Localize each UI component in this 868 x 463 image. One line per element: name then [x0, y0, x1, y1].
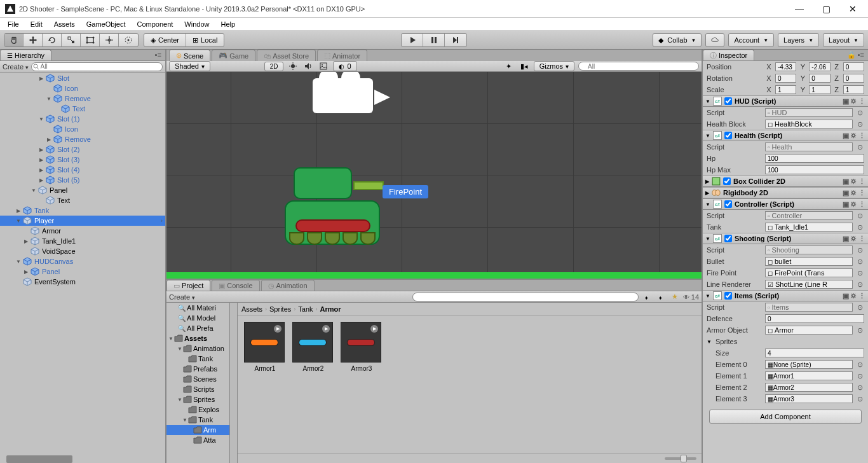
- hierarchy-item[interactable]: HUDCanvas: [0, 256, 165, 266]
- fx-toggle-icon[interactable]: [318, 60, 329, 72]
- hierarchy-item[interactable]: Tank_Idle1: [0, 236, 165, 246]
- scale-tool[interactable]: [62, 34, 81, 46]
- project-scrollbar[interactable]: [230, 303, 238, 463]
- play-button[interactable]: [402, 34, 423, 46]
- project-tab[interactable]: ▭Project: [166, 280, 210, 291]
- project-tree-item[interactable]: Sprites: [166, 394, 229, 404]
- firepoint-label[interactable]: FirePoint: [383, 185, 428, 198]
- breadcrumb-item[interactable]: Tank: [298, 305, 313, 313]
- menu-edit[interactable]: Edit: [25, 19, 48, 29]
- menu-assets[interactable]: Assets: [49, 19, 80, 29]
- hierarchy-item[interactable]: Text: [0, 195, 165, 205]
- controller-component-header[interactable]: ▼c# Controller (Script) ▣⛭⋮: [703, 198, 868, 210]
- preset-icon[interactable]: ⛭: [850, 97, 857, 106]
- step-button[interactable]: [445, 34, 466, 46]
- asset-thumb[interactable]: ▶Armor3: [341, 322, 383, 372]
- maximize-button[interactable]: ▢: [818, 4, 834, 14]
- linerenderer-field[interactable]: ☑ShotLine (Line R: [765, 280, 853, 289]
- asset-grid[interactable]: ▶Armor1▶Armor2▶Armor3: [238, 315, 702, 453]
- project-create-dropdown[interactable]: Create ▾: [169, 293, 195, 301]
- asset-store-tab[interactable]: 🛍Asset Store: [257, 50, 316, 61]
- hierarchy-item[interactable]: Slot (4): [0, 165, 165, 175]
- scl-x-input[interactable]: [775, 85, 796, 94]
- layers-dropdown[interactable]: Layers ▼: [778, 33, 819, 47]
- rot-x-input[interactable]: [775, 74, 796, 83]
- health-component-header[interactable]: ▼c# Health (Script) ▣⛭⋮: [703, 130, 868, 141]
- scene-view[interactable]: FirePoint: [166, 72, 702, 279]
- hierarchy-item[interactable]: Remove: [0, 93, 165, 104]
- project-tree-item[interactable]: Scenes: [166, 374, 229, 384]
- scene-camera-icon[interactable]: ▮◂: [519, 60, 530, 72]
- hierarchy-item[interactable]: Icon: [0, 124, 165, 134]
- game-tab[interactable]: 🎮Game: [212, 50, 255, 61]
- hierarchy-item[interactable]: Slot (3): [0, 155, 165, 165]
- asset-thumb[interactable]: ▶Armor1: [244, 322, 286, 372]
- 2d-toggle[interactable]: 2D: [264, 62, 284, 71]
- project-tree-item[interactable]: Tank: [166, 415, 229, 425]
- console-tab[interactable]: ▣Console: [212, 280, 259, 291]
- menu-window[interactable]: Window: [179, 19, 214, 29]
- pos-z-input[interactable]: [843, 62, 864, 71]
- animation-tab[interactable]: ◷Animation: [261, 280, 315, 291]
- project-tree-item[interactable]: 🔍All Materi: [166, 303, 229, 313]
- pos-y-input[interactable]: [809, 62, 830, 71]
- shooting-component-header[interactable]: ▼c# Shooting (Script) ▣⛭⋮: [703, 233, 868, 244]
- rot-y-input[interactable]: [809, 74, 830, 83]
- items-component-header[interactable]: ▼c# Items (Script) ▣⛭⋮: [703, 290, 868, 301]
- project-tree-item[interactable]: Atta: [166, 435, 229, 445]
- project-filter1-icon[interactable]: ⬧: [641, 291, 653, 303]
- tank-field[interactable]: ◻Tank_Idle1: [765, 223, 853, 232]
- light-toggle-icon[interactable]: [287, 60, 299, 72]
- breadcrumb-item[interactable]: Assets: [241, 305, 262, 313]
- rect-tool[interactable]: [81, 34, 100, 46]
- breadcrumb-item[interactable]: Armor: [320, 305, 341, 313]
- hierarchy-item[interactable]: Tank: [0, 205, 165, 216]
- move-tool[interactable]: [24, 34, 43, 46]
- minimize-button[interactable]: —: [792, 4, 807, 14]
- gizmo-zero[interactable]: ◐0: [333, 61, 356, 71]
- scene-tab[interactable]: ⊛Scene: [169, 50, 210, 61]
- project-filter2-icon[interactable]: ⬧: [655, 291, 667, 303]
- bullet-field[interactable]: ◻bullet: [765, 257, 853, 266]
- inspector-tab[interactable]: ⓘInspector: [703, 50, 754, 60]
- pivot-center-button[interactable]: ◈ Center: [144, 34, 186, 46]
- collab-dropdown[interactable]: ◆ Collab ▼: [653, 33, 702, 47]
- tank-sprite[interactable]: [294, 167, 380, 245]
- hidden-toggle-icon[interactable]: 👁 14: [683, 293, 699, 301]
- pos-x-input[interactable]: [775, 62, 796, 71]
- hierarchy-item[interactable]: Slot (1): [0, 114, 165, 124]
- add-component-button[interactable]: Add Component: [709, 410, 862, 424]
- defence-input[interactable]: [765, 314, 864, 323]
- rigidbody-component-header[interactable]: ▶ Rigidbody 2D ▣⛭⋮: [703, 187, 868, 198]
- menu-icon[interactable]: ⋮: [858, 97, 865, 106]
- hierarchy-item[interactable]: Text: [0, 104, 165, 114]
- hand-tool[interactable]: [4, 34, 24, 46]
- menu-component[interactable]: Component: [132, 19, 178, 29]
- menu-help[interactable]: Help: [215, 19, 240, 29]
- sprites-size-input[interactable]: [765, 349, 864, 357]
- thumbnail-size-slider[interactable]: [238, 453, 702, 463]
- project-tree-item[interactable]: Prefabs: [166, 364, 229, 374]
- layout-dropdown[interactable]: Layout ▼: [823, 33, 864, 47]
- hierarchy-item[interactable]: Slot (5): [0, 175, 165, 185]
- hierarchy-create-dropdown[interactable]: Create ▾: [3, 63, 29, 71]
- project-search-input[interactable]: [412, 293, 639, 301]
- cloud-button[interactable]: [705, 33, 724, 47]
- breadcrumb-item[interactable]: Sprites: [269, 305, 291, 313]
- hierarchy-search-input[interactable]: [31, 62, 163, 71]
- project-tree-item[interactable]: Explos: [166, 404, 229, 415]
- project-tree-item[interactable]: Animation: [166, 343, 229, 354]
- menu-gameobject[interactable]: GameObject: [81, 19, 131, 29]
- hierarchy-item[interactable]: Panel: [0, 185, 165, 195]
- panel-menu-icon[interactable]: 🔒 ▪≡: [843, 50, 868, 60]
- pivot-local-button[interactable]: ⊞ Local: [186, 34, 224, 46]
- audio-toggle-icon[interactable]: [302, 60, 314, 72]
- healthblock-field[interactable]: ◻HealthBlock: [765, 120, 853, 128]
- hierarchy-item[interactable]: EventSystem: [0, 277, 165, 287]
- help-icon[interactable]: ▣: [843, 97, 849, 106]
- rot-z-input[interactable]: [843, 74, 864, 83]
- project-tree-item[interactable]: Scripts: [166, 384, 229, 394]
- panel-menu-icon[interactable]: ▪≡: [151, 50, 165, 60]
- scene-search-input[interactable]: [578, 62, 699, 71]
- hierarchy-item[interactable]: Player›: [0, 216, 165, 226]
